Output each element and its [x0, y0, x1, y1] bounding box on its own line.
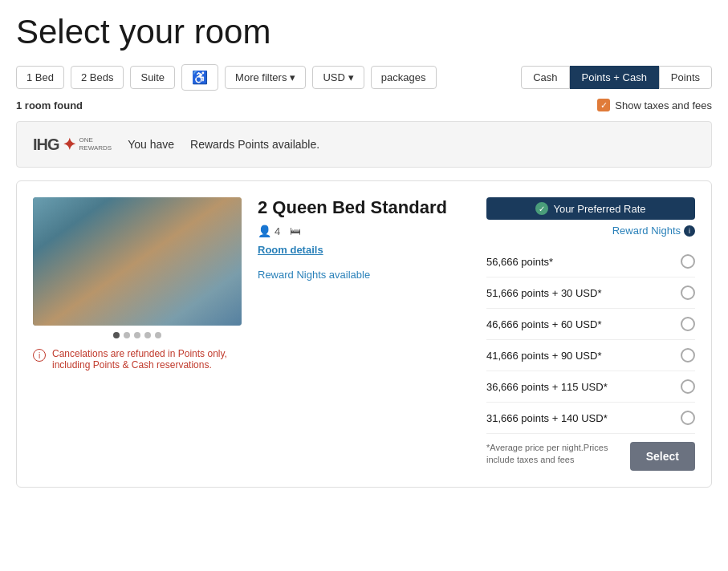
room-meta: 👤 4 🛏	[258, 225, 470, 237]
tab-cash[interactable]: Cash	[521, 66, 569, 89]
ihg-logo: IHG ✦ ONEREWARDS	[33, 135, 112, 154]
tab-points[interactable]: Points	[659, 66, 712, 89]
rate-radio-2[interactable]	[681, 286, 695, 300]
reward-nights-header: Reward Nights i	[486, 225, 695, 237]
rate-label-5: 36,666 points + 115 USD*	[486, 381, 608, 393]
guest-number: 4	[275, 225, 280, 237]
rate-label-4: 41,666 points + 90 USD*	[486, 350, 601, 362]
rate-row-3: 46,666 points + 60 USD*	[486, 309, 695, 340]
bed-icon: 🛏	[290, 225, 301, 237]
rate-radio-1[interactable]	[681, 254, 695, 269]
rate-row-4: 41,666 points + 90 USD*	[486, 340, 695, 371]
rewards-banner: IHG ✦ ONEREWARDS You have Rewards Points…	[16, 121, 712, 168]
room-details: 2 Queen Bed Standard 👤 4 🛏 Room details …	[258, 197, 470, 471]
currency-tab-group: Cash Points + Cash Points	[521, 66, 712, 89]
cancelation-notice: i Cancelations are refunded in Points on…	[33, 348, 242, 371]
rate-label-2: 51,666 points + 30 USD*	[486, 287, 601, 299]
price-note: *Average price per night.Prices include …	[486, 442, 615, 467]
ihg-rewards-text: ONEREWARDS	[79, 136, 112, 152]
show-taxes-label: Show taxes and fees	[615, 99, 712, 111]
room-card: i Cancelations are refunded in Points on…	[16, 180, 712, 488]
rate-radio-3[interactable]	[681, 317, 695, 331]
room-image-area: i Cancelations are refunded in Points on…	[33, 197, 242, 471]
page-title: Select your room	[16, 13, 712, 51]
preferred-rate-label: Your Preferred Rate	[553, 203, 645, 215]
chevron-down-icon: ▾	[348, 71, 354, 83]
person-icon: 👤	[258, 225, 271, 237]
meta-bar: 1 room found ✓ Show taxes and fees	[16, 99, 712, 111]
rate-label-6: 31,666 points + 140 USD*	[486, 412, 608, 424]
select-button[interactable]: Select	[630, 442, 695, 471]
reward-nights-info-icon[interactable]: i	[684, 225, 695, 237]
rate-row-2: 51,666 points + 30 USD*	[486, 277, 695, 309]
filter-1-bed[interactable]: 1 Bed	[16, 66, 64, 89]
tax-toggle[interactable]: ✓ Show taxes and fees	[597, 99, 712, 111]
rate-label-1: 56,666 points*	[486, 256, 553, 268]
rate-row-5: 36,666 points + 115 USD*	[486, 371, 695, 403]
filter-bar: 1 Bed 2 Beds Suite ♿ More filters ▾ USD …	[16, 64, 712, 91]
image-overlay	[33, 197, 242, 326]
rate-radio-4[interactable]	[681, 348, 695, 362]
rooms-found-label: 1 room found	[16, 99, 83, 111]
rate-radio-5[interactable]	[681, 379, 695, 394]
preferred-rate-badge: ✓ Your Preferred Rate	[486, 197, 695, 220]
dot-5[interactable]	[155, 332, 161, 338]
filter-packages[interactable]: packages	[371, 66, 437, 89]
page-container: Select your room 1 Bed 2 Beds Suite ♿ Mo…	[0, 0, 728, 500]
reward-nights-text: Reward Nights	[612, 225, 681, 237]
room-image	[33, 197, 242, 326]
filter-accessible[interactable]: ♿	[181, 64, 218, 91]
rewards-points-label: Rewards Points available.	[190, 138, 319, 151]
filter-suite[interactable]: Suite	[130, 66, 175, 89]
room-details-link[interactable]: Room details	[258, 244, 470, 256]
rate-row-6: 31,666 points + 140 USD*	[486, 403, 695, 434]
image-dots	[33, 332, 242, 338]
show-taxes-checkbox[interactable]: ✓	[597, 99, 610, 111]
select-area: *Average price per night.Prices include …	[486, 442, 695, 471]
room-name: 2 Queen Bed Standard	[258, 197, 470, 218]
rate-radio-6[interactable]	[681, 411, 695, 425]
check-icon: ✓	[535, 202, 548, 215]
rate-row-1: 56,666 points*	[486, 246, 695, 277]
dot-1[interactable]	[113, 332, 120, 338]
bed-type: 🛏	[290, 225, 301, 237]
dot-2[interactable]	[124, 332, 130, 338]
chevron-down-icon: ▾	[290, 71, 295, 83]
reward-nights-available: Reward Nights available	[258, 269, 470, 281]
info-icon: i	[33, 349, 46, 362]
guest-count: 👤 4	[258, 225, 280, 237]
rates-area: ✓ Your Preferred Rate Reward Nights i 56…	[486, 197, 695, 471]
dot-4[interactable]	[144, 332, 151, 338]
ihg-star-icon: ✦	[63, 135, 76, 154]
ihg-brand-text: IHG	[33, 136, 59, 154]
dot-3[interactable]	[134, 332, 140, 338]
tab-points-cash[interactable]: Points + Cash	[570, 66, 659, 89]
rate-label-3: 46,666 points + 60 USD*	[486, 318, 601, 330]
filter-more[interactable]: More filters ▾	[225, 66, 306, 89]
you-have-label: You have	[128, 138, 174, 151]
currency-selector[interactable]: USD ▾	[312, 66, 364, 89]
filter-2-beds[interactable]: 2 Beds	[71, 66, 124, 89]
cancelation-text: Cancelations are refunded in Points only…	[52, 348, 242, 371]
